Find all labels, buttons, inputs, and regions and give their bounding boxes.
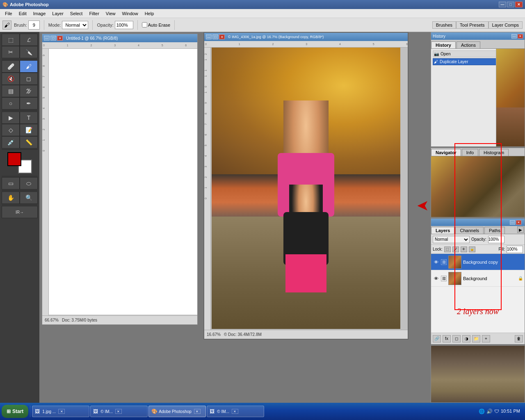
systray-security[interactable]: 🛡 [494, 409, 499, 414]
menu-window[interactable]: Window [119, 10, 142, 17]
tab-actions[interactable]: Actions [457, 41, 480, 48]
blur-tool[interactable]: 🌫 [20, 85, 38, 97]
img-close[interactable]: ✕ [219, 34, 225, 39]
eraser-tool[interactable]: ◻ [20, 73, 38, 85]
tool-sep-5 [2, 190, 38, 191]
clone-tool[interactable]: 🔇 [2, 73, 20, 85]
untitled-maximize[interactable]: □ [50, 36, 56, 41]
measure-tool[interactable]: 📏 [20, 136, 38, 148]
taskbar-close-1[interactable]: ✕ [115, 409, 122, 414]
layer-chain-background-copy[interactable]: ⛓ [441, 259, 447, 265]
vector-tool[interactable]: ◇ [2, 124, 20, 136]
layer-chain-background[interactable]: ⛓ [441, 276, 447, 281]
opacity-input[interactable] [115, 21, 133, 29]
untitled-ruler-v: 0 1 2 3 4 5 6 7 8 9 [42, 49, 49, 316]
slice-tool[interactable]: 🔪 [20, 46, 38, 58]
menu-help[interactable]: Help [142, 10, 158, 17]
menu-image[interactable]: Image [30, 10, 49, 17]
menu-file[interactable]: File [2, 10, 16, 17]
taskbar-item-0[interactable]: 🖼 1.jpg ... ✕ [32, 406, 89, 417]
brush-tool-button[interactable]: 🖌 [2, 21, 11, 30]
brushes-panel-tab[interactable]: Brushes [432, 21, 456, 29]
auto-erase-checkbox[interactable] [142, 22, 147, 27]
opacity-value[interactable] [488, 236, 504, 243]
path-select-tool[interactable]: ▶ [2, 112, 20, 124]
minimize-button[interactable]: — [499, 2, 506, 7]
untitled-close[interactable]: ✕ [57, 36, 63, 41]
layer-eye-background-copy[interactable]: 👁 [433, 259, 439, 265]
layer-item-background[interactable]: 👁 ⛓ Background 🔒 [431, 270, 525, 287]
layer-delete-btn[interactable]: 🗑 [515, 335, 523, 342]
taskbar-close-2[interactable]: ✕ [194, 409, 201, 414]
layer-fx-btn[interactable]: fx [443, 335, 451, 342]
tab-histogram[interactable]: Histogram [479, 149, 509, 156]
layer-item-background-copy[interactable]: 👁 ⛓ Background copy [431, 254, 525, 270]
lasso-tool[interactable]: 𝓛 [20, 34, 38, 46]
dodge-tool[interactable]: ○ [2, 97, 20, 110]
layer-new-btn[interactable]: + [482, 335, 490, 342]
img-minimize[interactable]: — [206, 34, 212, 39]
lock-image-icon[interactable]: 🖌 [452, 247, 459, 252]
systray-network[interactable]: 🌐 [479, 409, 485, 414]
zoom-tool[interactable]: 🔍 [20, 192, 38, 204]
mode-select[interactable]: Normal [62, 21, 88, 29]
brush-tool[interactable]: 🖌 [20, 60, 38, 73]
layer-link-btn[interactable]: 🔗 [433, 335, 441, 342]
systray-volume[interactable]: 🔊 [486, 409, 493, 414]
blend-mode-select[interactable]: Normal [433, 236, 470, 243]
taskbar-close-0[interactable]: ✕ [58, 409, 65, 414]
type-tool[interactable]: T [20, 112, 38, 124]
fill-value[interactable] [507, 246, 523, 253]
crop-tool[interactable]: ✂ [2, 46, 20, 58]
taskbar-item-1[interactable]: 🖼 © IM... ✕ [90, 406, 148, 417]
notes-tool[interactable]: 📝 [20, 124, 38, 136]
menu-view[interactable]: View [103, 10, 119, 17]
tab-paths[interactable]: Paths [484, 227, 505, 234]
menu-layer[interactable]: Layer [49, 10, 67, 17]
foreground-color-swatch[interactable] [7, 152, 21, 166]
standard-mode[interactable]: ▭ [2, 177, 20, 189]
layers-panel-menu[interactable]: ▶ [517, 226, 524, 233]
tab-layers[interactable]: Layers [431, 227, 454, 234]
tab-channels[interactable]: Channels [455, 227, 483, 234]
taskbar-item-2[interactable]: 🎨 Adobe Photoshop ✕ [148, 406, 206, 417]
start-button[interactable]: ⊞ Start [2, 405, 28, 418]
taskbar-item-3[interactable]: 🖼 © IM... ✕ [207, 406, 264, 417]
hand-tool[interactable]: ✋ [2, 192, 20, 204]
close-button[interactable]: ✕ [515, 2, 523, 7]
lock-transparent-icon[interactable]: ⬚ [444, 247, 451, 252]
maximize-button[interactable]: □ [507, 2, 514, 7]
pen-tool[interactable]: ✒ [20, 97, 38, 110]
layers-minimize[interactable]: — [510, 220, 515, 225]
taskbar-close-3[interactable]: ✕ [232, 409, 238, 414]
history-minimize[interactable]: — [511, 34, 517, 39]
quick-mask-mode[interactable]: ⬭ [20, 177, 38, 189]
jump-to-ir[interactable]: IR→ [2, 206, 38, 218]
tab-info[interactable]: Info [462, 149, 478, 156]
tool-presets-panel-tab[interactable]: Tool Presets [456, 21, 488, 29]
marquee-tool[interactable]: ⬚ [2, 34, 20, 46]
untitled-minimize[interactable]: — [44, 36, 50, 41]
system-clock[interactable]: 10:51 PM [501, 409, 520, 414]
tool-row-7: ▶ T [2, 112, 38, 124]
history-close[interactable]: ✕ [518, 34, 523, 39]
layer-comps-panel-tab[interactable]: Layer Comps [488, 21, 523, 29]
img-maximize[interactable]: □ [212, 34, 218, 39]
brush-preview[interactable]: 9 [28, 21, 40, 30]
eyedropper-tool[interactable]: 💉 [2, 136, 20, 148]
tool-row-2: ✂ 🔪 [2, 46, 38, 58]
menu-filter[interactable]: Filter [86, 10, 102, 17]
tab-history[interactable]: History [431, 41, 456, 48]
menu-select[interactable]: Select [67, 10, 86, 17]
tab-navigator[interactable]: Navigator [431, 149, 461, 156]
lock-all-icon[interactable]: 🔒 [469, 247, 475, 252]
gradient-tool[interactable]: ▤ [2, 85, 20, 97]
menu-edit[interactable]: Edit [16, 10, 30, 17]
layer-eye-background[interactable]: 👁 [433, 275, 439, 282]
layer-adjustment-btn[interactable]: ◑ [462, 335, 470, 342]
lock-position-icon[interactable]: ✛ [461, 247, 467, 252]
layer-group-btn[interactable]: 📁 [472, 335, 480, 342]
layer-mask-btn[interactable]: ◻ [452, 335, 461, 342]
layers-close[interactable]: ✕ [516, 220, 521, 225]
spot-heal-tool[interactable]: 🩹 [2, 60, 20, 73]
